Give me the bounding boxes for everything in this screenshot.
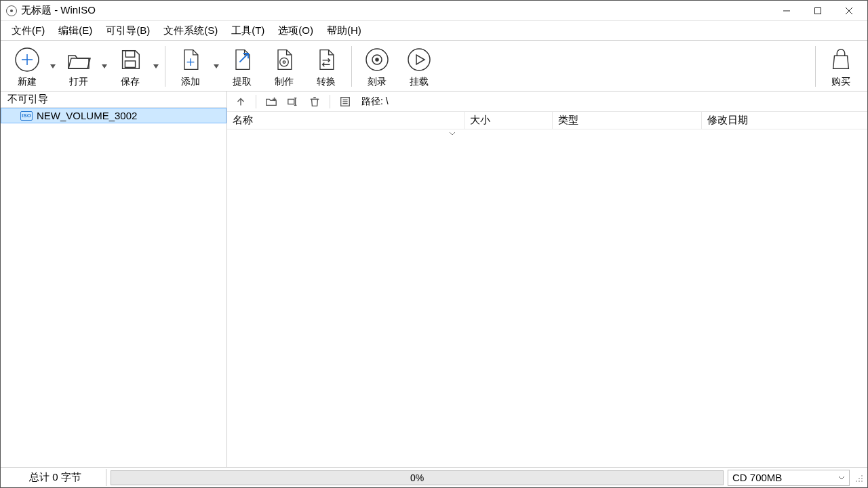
delete-button[interactable]: [305, 94, 324, 110]
sidebar-header: 不可引导: [1, 92, 226, 108]
toolbar-buy-label: 购买: [831, 76, 850, 88]
svg-point-38: [856, 481, 857, 482]
svg-marker-8: [102, 64, 107, 68]
toolbar-separator-3: [815, 46, 816, 87]
toolbar-extract[interactable]: 提取: [221, 43, 263, 89]
svg-point-40: [861, 481, 863, 482]
save-icon: [115, 45, 145, 75]
toolbar-new-dropdown[interactable]: [48, 46, 58, 87]
window-controls: [771, 1, 865, 21]
toolbar-add-label: 添加: [181, 76, 200, 88]
new-folder-button[interactable]: [262, 94, 281, 110]
status-totals: 总计 0 字节: [5, 469, 106, 486]
column-size[interactable]: 大小: [465, 112, 553, 129]
disc-size-select[interactable]: CD 700MB: [728, 470, 850, 486]
menu-tools[interactable]: 工具(T): [224, 22, 271, 39]
toolbar-burn-label: 刻录: [368, 76, 387, 88]
toolbar-make-label: 制作: [275, 76, 294, 88]
toolbar-save-label: 保存: [121, 76, 140, 88]
play-circle-icon: [404, 45, 434, 75]
shopping-bag-icon: [826, 45, 856, 75]
status-progress: 0%: [111, 470, 724, 485]
svg-marker-11: [153, 64, 159, 68]
rename-button[interactable]: [283, 94, 302, 110]
content-area: 路径: \ 名称 大小 类型 修改日期: [227, 92, 867, 467]
tree-item-label: NEW_VOLUME_3002: [37, 110, 137, 121]
chevron-down-icon: [449, 126, 456, 138]
svg-point-17: [283, 61, 285, 64]
menu-help[interactable]: 帮助(H): [320, 22, 368, 39]
toolbar-save[interactable]: 保存: [109, 43, 151, 89]
toolbar-convert-label: 转换: [317, 76, 336, 88]
column-type[interactable]: 类型: [553, 112, 702, 129]
svg-marker-22: [416, 55, 425, 64]
toolbar-new-label: 新建: [18, 76, 37, 88]
menu-edit[interactable]: 编辑(E): [52, 22, 99, 39]
menubar: 文件(F) 编辑(E) 可引导(B) 文件系统(S) 工具(T) 选项(O) 帮…: [1, 21, 867, 40]
column-name[interactable]: 名称: [227, 112, 465, 129]
toolbar-add[interactable]: 添加: [170, 43, 212, 89]
toolbar-extract-label: 提取: [233, 76, 252, 88]
resize-grip-icon[interactable]: [854, 473, 863, 483]
menu-options[interactable]: 选项(O): [271, 22, 320, 39]
menu-file[interactable]: 文件(F): [5, 22, 52, 39]
disc-file-icon: [269, 45, 299, 75]
disc-icon: [362, 45, 392, 75]
file-list[interactable]: [227, 129, 867, 467]
toolbar-save-dropdown[interactable]: [151, 46, 161, 87]
close-button[interactable]: [833, 1, 865, 21]
svg-point-36: [859, 478, 860, 479]
file-extract-icon: [227, 45, 257, 75]
toolbar-new[interactable]: 新建: [6, 43, 48, 89]
content-sep-2: [330, 95, 330, 108]
toolbar-mount-label: 挂载: [410, 76, 429, 88]
svg-point-37: [861, 478, 863, 479]
up-button[interactable]: [231, 94, 250, 110]
svg-marker-14: [214, 64, 219, 68]
menu-filesystem[interactable]: 文件系统(S): [157, 22, 224, 39]
folder-open-icon: [64, 45, 94, 75]
app-icon: [6, 5, 17, 16]
svg-point-39: [859, 481, 860, 482]
content-sep-1: [256, 95, 256, 108]
titlebar: 无标题 - WinISO: [1, 1, 867, 21]
toolbar-burn[interactable]: 刻录: [356, 43, 398, 89]
main-area: 不可引导 ISO NEW_VOLUME_3002: [1, 92, 867, 467]
iso-icon: ISO: [20, 111, 33, 121]
column-date[interactable]: 修改日期: [702, 112, 867, 129]
toolbar-convert[interactable]: 转换: [305, 43, 347, 89]
menu-boot[interactable]: 可引导(B): [99, 22, 157, 39]
toolbar-make[interactable]: 制作: [263, 43, 305, 89]
convert-icon: [311, 45, 341, 75]
toolbar-open-dropdown[interactable]: [100, 46, 109, 87]
disc-size-label: CD 700MB: [732, 472, 782, 483]
toolbar-buy[interactable]: 购买: [820, 43, 862, 89]
svg-point-20: [376, 58, 378, 61]
window-title: 无标题 - WinISO: [21, 4, 96, 17]
svg-point-35: [861, 475, 863, 476]
toolbar: 新建 打开 保存 添加 提取: [1, 40, 867, 92]
toolbar-mount[interactable]: 挂载: [398, 43, 440, 89]
statusbar: 总计 0 字节 0% CD 700MB: [1, 467, 867, 487]
svg-rect-10: [125, 61, 135, 68]
toolbar-open-label: 打开: [69, 76, 88, 88]
column-headers: 名称 大小 类型 修改日期: [227, 112, 867, 129]
svg-line-15: [239, 54, 248, 62]
svg-rect-9: [125, 51, 134, 58]
toolbar-separator-1: [165, 46, 165, 87]
tree-item-volume[interactable]: ISO NEW_VOLUME_3002: [1, 108, 226, 123]
path-label: 路径: \: [361, 96, 389, 108]
toolbar-separator-2: [351, 46, 352, 87]
content-toolbar: 路径: \: [227, 92, 867, 112]
maximize-button[interactable]: [802, 1, 833, 21]
chevron-down-icon: [838, 476, 845, 480]
file-plus-icon: [176, 45, 205, 75]
svg-marker-7: [50, 64, 56, 68]
properties-button[interactable]: [336, 94, 355, 110]
tree: ISO NEW_VOLUME_3002: [1, 108, 226, 467]
minimize-button[interactable]: [771, 1, 802, 21]
toolbar-open[interactable]: 打开: [58, 43, 100, 89]
toolbar-add-dropdown[interactable]: [212, 46, 221, 87]
sidebar: 不可引导 ISO NEW_VOLUME_3002: [1, 92, 227, 467]
svg-point-16: [280, 58, 289, 66]
